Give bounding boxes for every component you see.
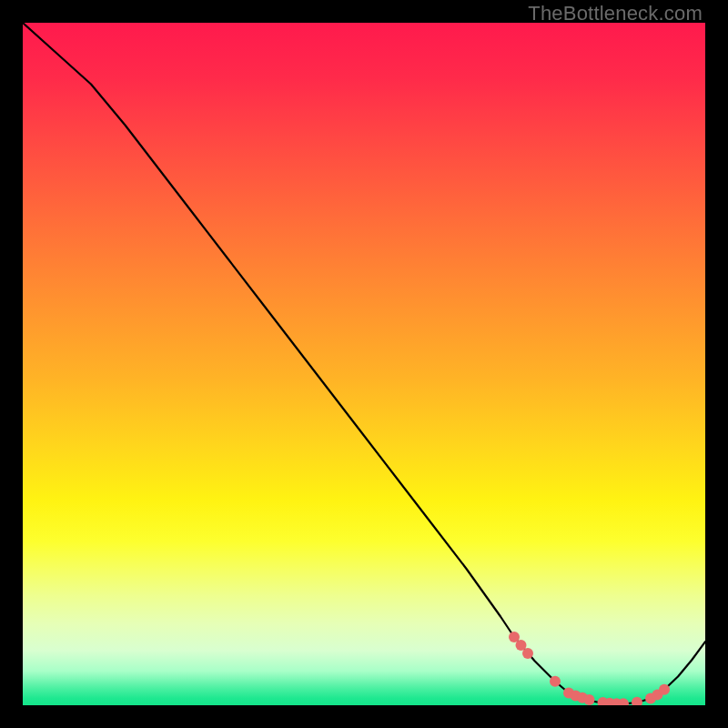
data-point: [550, 676, 561, 687]
curve-line: [23, 23, 705, 704]
data-point: [659, 684, 670, 695]
chart-frame: TheBottleneck.com: [0, 0, 728, 728]
plot-area: [23, 23, 705, 705]
data-point: [632, 697, 642, 705]
data-point: [584, 694, 595, 705]
chart-svg: [23, 23, 705, 705]
data-point: [522, 648, 533, 659]
watermark: TheBottleneck.com: [528, 2, 703, 25]
